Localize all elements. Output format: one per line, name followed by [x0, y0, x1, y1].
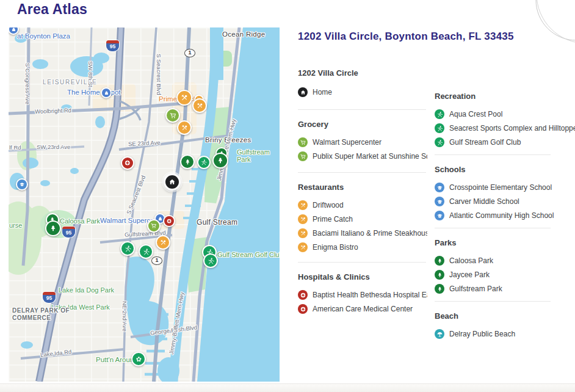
home-icon — [168, 178, 176, 186]
legend-item-label: Jaycee Park — [449, 270, 490, 279]
map-marker-mini-golf[interactable] — [131, 352, 146, 366]
legend-item-school[interactable]: Crosspointe Elementary School — [435, 181, 575, 194]
hospital-icon — [298, 304, 308, 314]
divider — [435, 301, 551, 302]
legend-item-park[interactable]: Jaycee Park — [435, 269, 575, 281]
section-title-parks: Parks — [435, 238, 575, 247]
legend-item-restaurant[interactable]: Driftwood — [298, 199, 427, 211]
section-title-restaurants: Restaurants — [298, 183, 427, 192]
legend-item-restaurant[interactable]: Enigma Bistro — [298, 241, 427, 253]
map-marker-grocery[interactable] — [147, 219, 161, 233]
map-label-delray-park-of-commerce: DELRAY PARK OF COMMERCE — [12, 307, 77, 322]
map-label-lake-ida-dog-park: Lake Ida Dog Park — [59, 286, 114, 294]
map-label-caloosa-park: Caloosa Park — [60, 217, 100, 225]
hospital-icon — [124, 159, 131, 167]
map-marker-park[interactable] — [180, 154, 195, 169]
legend-item-label: Baciami Italiano & Prime Steakhouse — [313, 229, 427, 238]
grocery-icon — [298, 137, 308, 147]
map-marker-grocery[interactable] — [165, 108, 180, 123]
map-marker-home[interactable] — [164, 173, 181, 191]
section-title-schools: Schools — [435, 165, 575, 174]
map-label-home-depot: The Home Depot — [67, 89, 121, 96]
map-marker-recreation[interactable] — [120, 241, 135, 256]
grocery-icon — [169, 112, 177, 120]
address-title: 1202 Villa Circle, Boynton Beach, FL 334… — [298, 31, 514, 43]
area-map[interactable]: 95 95 95 1 1 at Boynton Plaza Ocean Ridg… — [9, 27, 280, 382]
map-label-gulf-stream: Gulf Stream — [197, 218, 237, 227]
i95-shield: 95 — [43, 292, 56, 303]
park-icon — [435, 270, 444, 280]
map-marker-park[interactable] — [45, 220, 61, 236]
legend-item-label: Delray Public Beach — [449, 330, 515, 338]
us1-shield: 1 — [184, 49, 195, 57]
legend-item-restaurant[interactable]: Baciami Italiano & Prime Steakhouse — [298, 227, 427, 239]
restaurant-icon — [298, 242, 308, 252]
legend-item-label: Home — [313, 88, 332, 96]
section-title-beach: Beach — [435, 311, 575, 321]
legend-item-park[interactable]: Caloosa Park — [435, 255, 575, 267]
map-marker-home-depot[interactable] — [101, 87, 112, 98]
address-group-title: 1202 Villa Circle — [298, 68, 427, 78]
map-marker-recreation[interactable] — [139, 244, 153, 259]
page-title: Area Atlas — [17, 1, 87, 18]
map-marker-restaurant[interactable] — [176, 90, 192, 106]
map-label-gulf-stream-golf-club: Gulf Stream Golf Club — [217, 251, 280, 258]
grocery-icon — [150, 222, 157, 230]
restaurant-icon — [181, 124, 189, 132]
park-icon — [435, 284, 444, 294]
restaurant-icon — [298, 200, 308, 210]
map-label-sw-23rd-ave: SW 23rd Ave — [37, 143, 70, 150]
map-marker-restaurant[interactable] — [156, 235, 170, 250]
beach-icon — [435, 329, 444, 339]
legend-item-label: Crosspointe Elementary School — [449, 183, 552, 192]
recreation-icon — [435, 137, 444, 147]
map-marker-hospital[interactable] — [163, 215, 175, 227]
legend-item-label: Enigma Bistro — [313, 243, 358, 252]
legend-item-label: Caloosa Park — [449, 256, 493, 265]
legend-item-hospital[interactable]: American Care Medical Center — [298, 303, 427, 315]
map-marker-golf[interactable] — [203, 253, 218, 268]
map-marker-restaurant[interactable] — [177, 120, 192, 135]
legend-item-restaurant[interactable]: Prime Catch — [298, 213, 427, 225]
school-icon — [435, 197, 444, 206]
legend-item-recreation[interactable]: Gulf Stream Golf Club — [435, 136, 575, 148]
legend-item-recreation[interactable]: Aqua Crest Pool — [435, 108, 575, 120]
decorative-circles — [513, 0, 575, 59]
legend-item-hospital[interactable]: Baptist Health Bethesda Hospital East — [298, 289, 427, 301]
legend-item-park[interactable]: Gulfstream Park — [435, 283, 575, 295]
tree-icon — [184, 158, 192, 166]
legend-item-school[interactable]: Carver Middle School — [435, 195, 575, 208]
map-marker-restaurant[interactable] — [192, 98, 207, 113]
map-label-golf-rd: lf Rd — [9, 144, 21, 151]
legend-item-beach[interactable]: Delray Public Beach — [435, 328, 575, 340]
legend-item-grocery[interactable]: Publix Super Market at Sunshine Square — [298, 150, 427, 162]
legend-item-grocery[interactable]: Walmart Supercenter — [298, 136, 427, 148]
legend-item-home[interactable]: Home — [298, 86, 427, 98]
map-marker-park[interactable] — [212, 153, 228, 169]
map-label-ocean-ridge: Ocean Ridge — [222, 31, 265, 38]
divider — [298, 172, 426, 173]
park-icon — [435, 256, 444, 266]
golfer-icon — [207, 257, 215, 265]
grocery-icon — [298, 151, 308, 161]
map-marker-recreation[interactable] — [197, 156, 211, 169]
tree-icon — [216, 156, 225, 165]
home-icon — [298, 87, 308, 97]
i95-shield: 95 — [106, 40, 119, 51]
legend-item-school[interactable]: Atlantic Community High School — [435, 209, 575, 222]
us1-shield: 1 — [151, 256, 162, 265]
restaurant-icon — [159, 239, 167, 247]
recreation-icon — [142, 248, 150, 256]
flower-icon — [135, 355, 143, 363]
legend-item-label: Carver Middle School — [449, 197, 519, 206]
map-label-boynton-plaza: at Boynton Plaza — [17, 32, 70, 40]
hospital-icon — [298, 290, 308, 300]
map-marker-hospital[interactable] — [121, 156, 134, 170]
map-marker-school[interactable] — [16, 178, 28, 191]
restaurant-icon — [298, 228, 308, 238]
legend-item-label: Aqua Crest Pool — [449, 110, 502, 118]
legend-item-recreation[interactable]: Seacrest Sports Complex and Hilltopper — [435, 122, 575, 134]
divider — [298, 262, 426, 263]
map-label-woolbright-rd: Woolbright Rd — [35, 107, 71, 115]
footer-strip — [0, 383, 575, 392]
